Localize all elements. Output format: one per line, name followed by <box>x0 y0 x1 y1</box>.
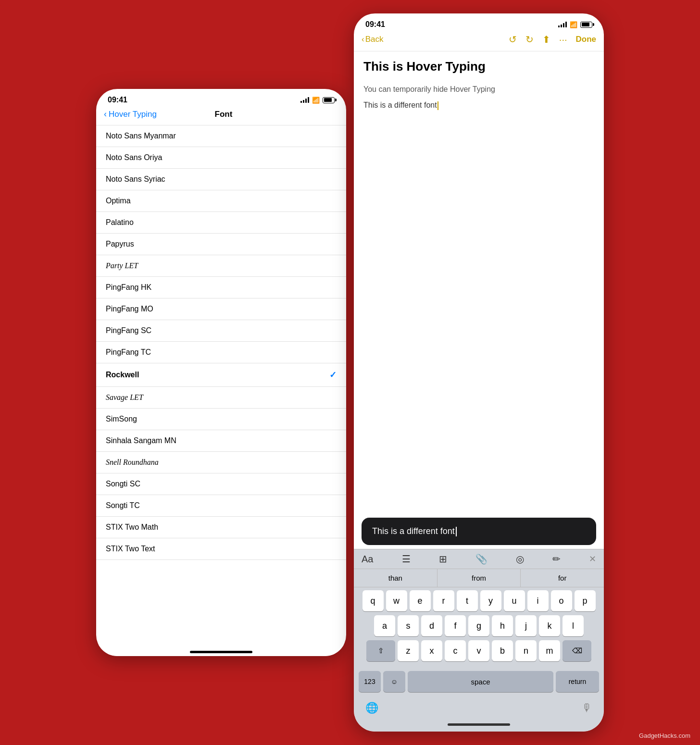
suggestion-for[interactable]: for <box>521 569 604 587</box>
home-bar <box>190 651 252 653</box>
key-j[interactable]: j <box>515 615 537 636</box>
table-icon[interactable]: ⊞ <box>439 553 447 565</box>
key-e[interactable]: e <box>410 590 431 611</box>
list-item[interactable]: Noto Sans Syriac <box>96 169 346 190</box>
key-d[interactable]: d <box>421 615 442 636</box>
chevron-left-icon: ‹ <box>104 109 107 119</box>
keyboard: q w e r t y u i o p a s d f g h j k <box>354 587 604 667</box>
list-item[interactable]: Party LET <box>96 255 346 277</box>
list-item[interactable]: Sinhala Sangam MN <box>96 430 346 452</box>
key-t[interactable]: t <box>457 590 478 611</box>
wifi-icon: 📶 <box>312 97 320 104</box>
return-key[interactable]: return <box>556 671 599 692</box>
list-item[interactable]: Snell Roundhana <box>96 452 346 473</box>
key-o[interactable]: o <box>551 590 572 611</box>
key-r[interactable]: r <box>433 590 454 611</box>
notes-title: This is Hover Typing <box>363 59 594 74</box>
right-status-bar: 09:41 📶 <box>354 13 604 32</box>
markup-icon[interactable]: ✏ <box>552 553 561 565</box>
key-u[interactable]: u <box>504 590 525 611</box>
battery-icon <box>323 97 335 103</box>
signal-icon <box>300 97 309 103</box>
suggestions-bar: than from for <box>354 569 604 587</box>
list-item[interactable]: Papyrus <box>96 234 346 255</box>
list-item[interactable]: STIX Two Text <box>96 538 346 560</box>
key-x[interactable]: x <box>421 640 442 661</box>
list-item-rockwell[interactable]: Rockwell ✓ <box>96 363 346 387</box>
key-h[interactable]: h <box>492 615 513 636</box>
left-status-icons: 📶 <box>300 97 335 104</box>
notes-action-buttons: ↺ ↻ ⬆ ··· Done <box>509 34 596 45</box>
left-phone: 09:41 📶 ‹ Hover Typing Font Noto Sans <box>96 89 346 656</box>
attachment-icon[interactable]: 📎 <box>475 553 488 565</box>
back-button-left[interactable]: ‹ Hover Typing <box>104 109 157 119</box>
right-phone: 09:41 📶 ‹ Back ↺ ↻ ⬆ ··· D <box>354 13 604 732</box>
list-item[interactable]: Songti SC <box>96 473 346 495</box>
key-row-2: a s d f g h j k l <box>356 615 602 636</box>
key-v[interactable]: v <box>468 640 489 661</box>
key-a[interactable]: a <box>374 615 395 636</box>
list-item[interactable]: PingFang SC <box>96 320 346 342</box>
key-l[interactable]: l <box>562 615 584 636</box>
right-time: 09:41 <box>365 20 385 29</box>
list-item[interactable]: Palatino <box>96 212 346 234</box>
suggestion-from[interactable]: from <box>438 569 521 587</box>
key-w[interactable]: w <box>386 590 407 611</box>
suggestion-than[interactable]: than <box>354 569 438 587</box>
more-icon[interactable]: ··· <box>559 34 567 45</box>
back-button-notes[interactable]: ‹ Back <box>362 35 383 44</box>
key-c[interactable]: c <box>445 640 466 661</box>
list-item[interactable]: PingFang MO <box>96 298 346 320</box>
list-item[interactable]: Noto Sans Oriya <box>96 147 346 169</box>
mic-icon[interactable]: 🎙 <box>582 702 592 714</box>
key-g[interactable]: g <box>468 615 489 636</box>
key-i[interactable]: i <box>527 590 549 611</box>
list-item[interactable]: Noto Sans Myanmar <box>96 125 346 147</box>
list-item[interactable]: Optima <box>96 190 346 212</box>
emoji-key[interactable]: ☺ <box>383 671 405 692</box>
done-button[interactable]: Done <box>576 35 597 44</box>
key-row-3: ⇧ z x c v b n m ⌫ <box>356 640 602 661</box>
back-label-notes: Back <box>365 35 384 44</box>
bottom-keyboard-row: 123 ☺ space return <box>354 667 604 700</box>
list-icon[interactable]: ☰ <box>402 553 411 565</box>
key-m[interactable]: m <box>539 640 560 661</box>
home-indicator-right <box>354 717 604 732</box>
list-item[interactable]: SimSong <box>96 409 346 430</box>
list-item[interactable]: PingFang HK <box>96 277 346 298</box>
redo-icon[interactable]: ↻ <box>525 34 534 45</box>
space-key[interactable]: space <box>408 671 553 692</box>
share-icon[interactable]: ⬆ <box>542 34 550 45</box>
key-y[interactable]: y <box>480 590 501 611</box>
key-k[interactable]: k <box>539 615 560 636</box>
left-time: 09:41 <box>108 96 127 104</box>
key-f[interactable]: f <box>445 615 466 636</box>
format-text-icon[interactable]: Aa <box>362 554 373 565</box>
hover-typing-text: This is a different font <box>372 526 455 536</box>
list-item[interactable]: Savage LET <box>96 387 346 409</box>
notes-nav-bar: ‹ Back ↺ ↻ ⬆ ··· Done <box>354 32 604 51</box>
hover-typing-box: This is a different font <box>362 518 596 545</box>
list-item[interactable]: Songti TC <box>96 495 346 517</box>
wifi-icon-right: 📶 <box>570 21 577 28</box>
notes-body-text: You can temporarily hide Hover Typing <box>363 84 594 95</box>
signal-icon-right <box>558 22 567 27</box>
shift-key[interactable]: ⇧ <box>366 640 395 661</box>
list-item[interactable]: STIX Two Math <box>96 517 346 538</box>
close-keyboard-icon[interactable]: ✕ <box>589 554 596 564</box>
globe-icon[interactable]: 🌐 <box>365 702 378 714</box>
key-p[interactable]: p <box>575 590 596 611</box>
key-z[interactable]: z <box>398 640 419 661</box>
notes-content-area[interactable]: This is Hover Typing You can temporarily… <box>354 51 604 118</box>
text-cursor <box>438 101 438 110</box>
key-b[interactable]: b <box>492 640 513 661</box>
key-s[interactable]: s <box>398 615 419 636</box>
list-item[interactable]: PingFang TC <box>96 342 346 363</box>
delete-key[interactable]: ⌫ <box>562 640 591 661</box>
key-row-1: q w e r t y u i o p <box>356 590 602 611</box>
numbers-key[interactable]: 123 <box>359 671 381 692</box>
key-q[interactable]: q <box>362 590 384 611</box>
key-n[interactable]: n <box>515 640 537 661</box>
compass-icon[interactable]: ◎ <box>516 553 524 565</box>
undo-icon[interactable]: ↺ <box>509 34 517 45</box>
